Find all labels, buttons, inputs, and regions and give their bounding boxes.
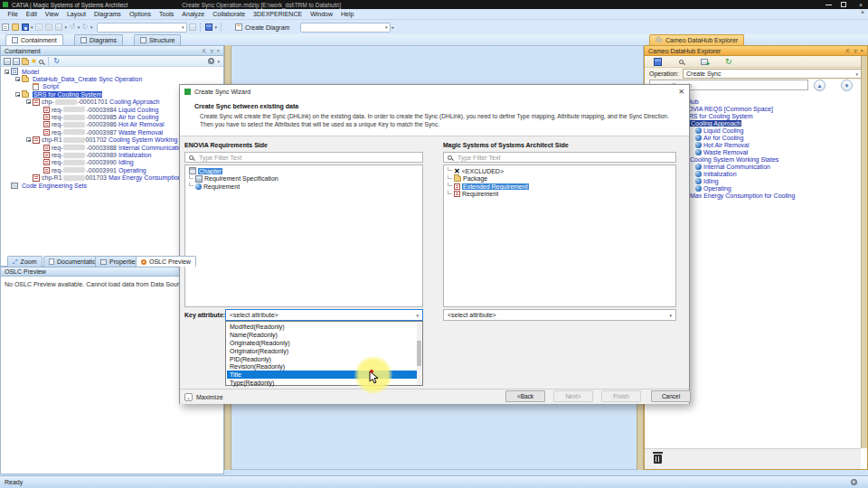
- collapse-all-icon[interactable]: [4, 58, 11, 65]
- search-down-button[interactable]: ▼: [841, 80, 853, 91]
- expander-icon[interactable]: [26, 137, 31, 142]
- menu-item-layout[interactable]: Layout: [62, 10, 90, 18]
- datahub-tree-item[interactable]: Initialization: [695, 170, 737, 177]
- add-datasource-icon[interactable]: [701, 59, 708, 65]
- left-filter-input[interactable]: Type Filter Text: [184, 152, 423, 163]
- tree-item[interactable]: chp-R1001702Cooling System Working State…: [26, 136, 197, 144]
- create-diagram-button[interactable]: Create Diagram: [230, 22, 295, 33]
- tree-item[interactable]: req--00003987Waste Removal: [37, 128, 163, 136]
- tab-diagrams[interactable]: Diagrams: [74, 34, 123, 45]
- float-panel-icon[interactable]: ⇱: [845, 48, 850, 54]
- datahub-tree-item[interactable]: Hot Air Removal: [695, 141, 750, 148]
- refresh-green-icon[interactable]: ↻: [725, 58, 732, 66]
- tab-oslc-preview[interactable]: OSLC Preview: [136, 256, 196, 267]
- search-icon[interactable]: [679, 60, 684, 64]
- refresh-icon[interactable]: ↻: [53, 58, 60, 65]
- list-item[interactable]: ✕<EXCLUDED>: [448, 167, 504, 175]
- close-panel-icon[interactable]: ×: [216, 48, 220, 54]
- datahub-tree-item[interactable]: Internal Communication: [695, 163, 770, 170]
- minimize-icon[interactable]: [826, 5, 832, 5]
- datahub-tree-item[interactable]: Cooling Approach: [690, 119, 741, 127]
- tab-cameo-datahub-explorer[interactable]: Cameo DataHub Explorer: [649, 34, 744, 45]
- list-item[interactable]: Package: [448, 175, 487, 183]
- tree-item[interactable]: req--00003988Internal Communication: [37, 144, 185, 151]
- maximize-icon[interactable]: [841, 2, 846, 7]
- expander-icon[interactable]: [5, 70, 9, 74]
- pin-panel-icon[interactable]: ∓: [853, 48, 857, 54]
- pointer-tool-icon[interactable]: [205, 23, 212, 31]
- menu-item-help[interactable]: Help: [337, 10, 358, 18]
- menu-item-edit[interactable]: Edit: [22, 10, 41, 18]
- datahub-tree-item[interactable]: Cooling System Working States: [690, 155, 778, 163]
- settings-dropdown-icon[interactable]: ▾: [217, 59, 220, 64]
- tree-item[interactable]: Script: [26, 83, 59, 90]
- close-icon[interactable]: ×: [855, 2, 866, 8]
- right-filter-input[interactable]: Type Filter Text: [443, 152, 676, 163]
- close-panel-icon[interactable]: ×: [860, 48, 863, 54]
- datahub-tree-item[interactable]: Waste Removal: [695, 148, 748, 155]
- datahub-tree-item[interactable]: ENOVIA REQS [Common Space]: [679, 105, 773, 112]
- menubar-close-icon[interactable]: ×: [861, 9, 864, 15]
- tree-item[interactable]: Code Engineering Sets: [5, 182, 87, 189]
- save-icon[interactable]: [22, 23, 29, 31]
- trash-icon[interactable]: [654, 455, 662, 464]
- tree-item[interactable]: chp--00001701Cooling Approach: [26, 99, 159, 106]
- quick-search-icon[interactable]: [39, 60, 43, 64]
- tree-item[interactable]: req--00003986Hot Air Removal: [37, 121, 165, 128]
- favorites-icon[interactable]: ★: [31, 58, 37, 65]
- menu-item-3dexperience[interactable]: 3DEXPERIENCE: [250, 10, 307, 18]
- dropdown-item[interactable]: Modified(Readonly): [227, 323, 417, 331]
- list-item[interactable]: Requirement: [448, 191, 498, 199]
- menu-item-options[interactable]: Options: [125, 10, 155, 18]
- dropdown-scrollbar[interactable]: [417, 323, 421, 385]
- pin-panel-icon[interactable]: ∓: [209, 48, 213, 54]
- maximize-toggle-icon[interactable]: ⌄: [184, 393, 193, 401]
- menu-item-analyze[interactable]: Analyze: [178, 10, 209, 18]
- datahub-tree-item[interactable]: Operating: [695, 184, 731, 192]
- datahub-tree-item[interactable]: Max Energy Consumption for Cooling: [690, 192, 795, 199]
- menu-item-collaborate[interactable]: Collaborate: [209, 10, 250, 18]
- dialog-title-bar[interactable]: Create Sync Wizard ✕: [180, 85, 689, 99]
- dropdown-item[interactable]: Originated(Readonly): [227, 339, 417, 347]
- tab-structure[interactable]: Structure: [134, 34, 181, 45]
- list-item[interactable]: Requirement Specification: [189, 175, 278, 183]
- open-project-icon[interactable]: [12, 23, 19, 31]
- menu-item-window[interactable]: Window: [307, 10, 337, 18]
- menu-item-tools[interactable]: Tools: [156, 10, 178, 18]
- settings-gear-icon[interactable]: [208, 58, 214, 64]
- tree-item[interactable]: req--00003989Initialization: [37, 151, 152, 158]
- dropdown-item[interactable]: PID(Readonly): [227, 355, 417, 363]
- float-panel-icon[interactable]: ⇱: [202, 48, 206, 54]
- key-attribute-select-left[interactable]: <select attribute> ▾: [225, 309, 423, 321]
- open-element-icon[interactable]: [22, 60, 29, 65]
- dropdown-item[interactable]: Originator(Readonly): [227, 347, 417, 355]
- tree-item[interactable]: req--00003984Liquid Cooling: [37, 106, 158, 113]
- search-up-button[interactable]: ▲: [814, 80, 826, 91]
- tree-item[interactable]: req--00003990Idling: [37, 159, 134, 166]
- perspective-combo[interactable]: ▾: [97, 23, 187, 33]
- save-dropdown-icon[interactable]: ▾: [31, 24, 33, 30]
- tree-item[interactable]: SRS for Cooling System: [15, 90, 102, 98]
- tree-item[interactable]: req--00003985Air for Cooling: [37, 113, 158, 120]
- expand-all-icon[interactable]: [13, 58, 20, 65]
- menu-item-file[interactable]: File: [4, 10, 22, 18]
- new-project-icon[interactable]: [2, 23, 9, 31]
- datahub-tree-item[interactable]: SRS for Cooling System: [684, 112, 752, 119]
- datahub-tree-item[interactable]: Air for Cooling: [695, 134, 743, 141]
- datasource-cube-icon[interactable]: [654, 58, 662, 66]
- menu-item-diagrams[interactable]: Diagrams: [90, 10, 125, 18]
- tab-containment[interactable]: Containment: [5, 34, 63, 45]
- zoom-combo[interactable]: ▾: [300, 23, 391, 33]
- expander-icon[interactable]: [26, 99, 31, 104]
- list-item[interactable]: Chapter: [189, 167, 222, 175]
- list-item[interactable]: Extended Requirement: [448, 183, 529, 191]
- list-item[interactable]: Requirement: [189, 183, 240, 191]
- back-button[interactable]: <Back: [505, 390, 545, 402]
- expander-icon[interactable]: [15, 92, 20, 97]
- dialog-close-icon[interactable]: ✕: [678, 88, 684, 96]
- expander-icon[interactable]: [15, 77, 20, 81]
- dropdown-item[interactable]: Name(Readonly): [227, 331, 417, 339]
- cancel-button[interactable]: Cancel: [651, 390, 691, 402]
- key-attribute-select-right[interactable]: <select attribute> ▾: [443, 309, 676, 321]
- operation-select[interactable]: Create Sync ▾: [683, 69, 862, 79]
